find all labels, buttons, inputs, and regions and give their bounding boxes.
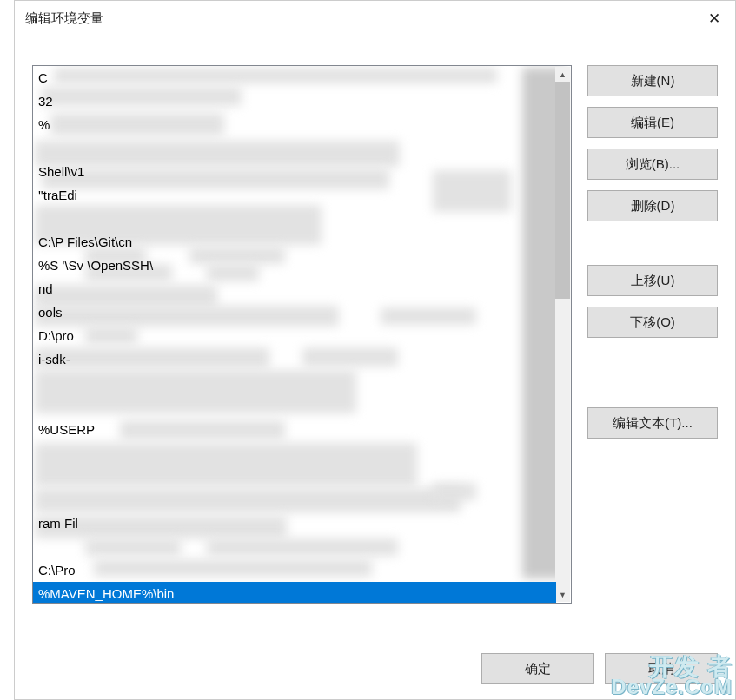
- path-list-item[interactable]: 32: [33, 89, 556, 113]
- spacer: [587, 232, 718, 265]
- path-list-item[interactable]: ram Fil: [33, 512, 556, 535]
- path-list[interactable]: C32%Shell\v1''traEdiC:\P Files\Git\cn%S …: [32, 65, 572, 604]
- path-list-item[interactable]: [33, 394, 556, 418]
- list-scrollbar[interactable]: ▲ ▼: [555, 67, 570, 602]
- path-list-item[interactable]: %USERP: [33, 418, 556, 441]
- close-button[interactable]: ✕: [693, 1, 735, 36]
- path-list-item[interactable]: C:\Pro: [33, 558, 556, 582]
- path-list-item[interactable]: %S '\Sv \OpenSSH\: [33, 254, 556, 277]
- dialog-footer: 确定 取消: [15, 638, 735, 699]
- path-list-item[interactable]: Shell\v1: [33, 160, 556, 183]
- new-button[interactable]: 新建(N): [587, 65, 718, 96]
- cancel-button[interactable]: 取消: [605, 653, 718, 684]
- path-list-item[interactable]: [33, 488, 556, 512]
- path-list-item[interactable]: C:\P Files\Git\cn: [33, 230, 556, 254]
- titlebar: 编辑环境变量 ✕: [15, 1, 735, 36]
- close-icon: ✕: [708, 10, 720, 28]
- spacer: [587, 348, 718, 407]
- dialog-title: 编辑环境变量: [25, 10, 103, 27]
- scroll-down-button[interactable]: ▼: [555, 587, 570, 602]
- path-list-item[interactable]: [33, 207, 556, 230]
- path-list-item[interactable]: ools: [33, 300, 556, 324]
- list-panel: C32%Shell\v1''traEdiC:\P Files\Git\cn%S …: [32, 65, 572, 630]
- scroll-up-button[interactable]: ▲: [555, 67, 570, 82]
- path-list-item[interactable]: [33, 465, 556, 488]
- path-list-item[interactable]: %: [33, 113, 556, 136]
- path-list-item[interactable]: [33, 535, 556, 558]
- move-up-button[interactable]: 上移(U): [587, 265, 718, 296]
- browse-button[interactable]: 浏览(B)...: [587, 149, 718, 180]
- path-list-item[interactable]: %MAVEN_HOME%\bin: [33, 582, 556, 604]
- path-list-item[interactable]: nd: [33, 277, 556, 300]
- path-list-item[interactable]: [33, 441, 556, 465]
- ok-button[interactable]: 确定: [481, 653, 594, 684]
- button-column: 新建(N) 编辑(E) 浏览(B)... 删除(D) 上移(U) 下移(O) 编…: [587, 65, 718, 630]
- scrollbar-thumb[interactable]: [555, 82, 570, 299]
- scrollbar-track[interactable]: [555, 82, 570, 587]
- path-list-item[interactable]: [33, 136, 556, 160]
- path-list-item[interactable]: ''traEdi: [33, 183, 556, 207]
- path-list-item[interactable]: [33, 371, 556, 394]
- edit-button[interactable]: 编辑(E): [587, 107, 718, 138]
- path-list-item[interactable]: D:\pro: [33, 324, 556, 347]
- move-down-button[interactable]: 下移(O): [587, 307, 718, 338]
- edit-environment-variable-dialog: 编辑环境变量 ✕: [14, 0, 736, 700]
- edit-text-button[interactable]: 编辑文本(T)...: [587, 407, 718, 439]
- path-list-item[interactable]: i-sdk-: [33, 347, 556, 371]
- delete-button[interactable]: 删除(D): [587, 190, 718, 221]
- path-list-item[interactable]: C: [33, 66, 556, 89]
- dialog-body: C32%Shell\v1''traEdiC:\P Files\Git\cn%S …: [15, 36, 735, 638]
- chevron-up-icon: ▲: [559, 70, 567, 79]
- chevron-down-icon: ▼: [559, 591, 567, 599]
